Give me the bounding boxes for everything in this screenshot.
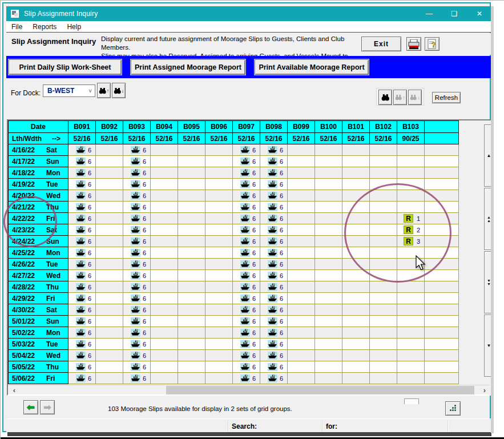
grid-header-b093[interactable]: B093	[123, 121, 151, 133]
slip-cell-b094[interactable]	[151, 350, 178, 361]
boat-cell-b091[interactable]: 6	[68, 179, 96, 190]
slip-cell-b096[interactable]	[205, 202, 233, 213]
slip-cell-b101[interactable]	[342, 236, 370, 247]
slip-cell-b096[interactable]	[205, 156, 233, 167]
grid-cell-empty[interactable]	[425, 304, 459, 316]
slip-cell-b101[interactable]	[342, 179, 370, 190]
boat-cell-b097[interactable]: 6	[233, 350, 260, 361]
slip-cell-b101[interactable]	[342, 144, 370, 156]
grid-cell-empty[interactable]	[425, 224, 459, 236]
grid-cell-empty[interactable]	[425, 316, 459, 327]
boat-cell-b091[interactable]: 6	[68, 213, 96, 224]
slip-cell-b092[interactable]	[96, 350, 123, 361]
grid-cell-empty[interactable]	[425, 144, 459, 156]
slip-cell-b103[interactable]	[397, 144, 425, 156]
slip-cell-b102[interactable]	[370, 224, 397, 236]
grid-header-b097[interactable]: B097	[233, 121, 260, 133]
grid-header-b095[interactable]: B095	[178, 121, 205, 133]
grid-cell-empty[interactable]	[425, 281, 459, 293]
boat-cell-b098[interactable]: 6	[260, 144, 288, 156]
slip-cell-b099[interactable]	[288, 270, 315, 281]
slip-cell-b100[interactable]	[315, 247, 342, 259]
slip-cell-b101[interactable]	[342, 213, 370, 224]
slip-cell-b092[interactable]	[96, 259, 123, 270]
slip-cell-b100[interactable]	[315, 156, 342, 167]
boat-cell-b098[interactable]: 6	[260, 190, 288, 202]
boat-cell-b098[interactable]: 6	[260, 361, 288, 373]
boat-cell-b097[interactable]: 6	[233, 373, 260, 384]
horizontal-scrollbar[interactable]: ‹ ›	[9, 385, 490, 394]
slip-cell-b101[interactable]	[342, 281, 370, 293]
boat-cell-b093[interactable]: 6	[123, 156, 151, 167]
boat-cell-b093[interactable]: 6	[123, 202, 151, 213]
slip-cell-b101[interactable]	[342, 339, 370, 350]
boat-cell-b093[interactable]: 6	[123, 179, 151, 190]
slip-cell-b102[interactable]	[370, 339, 397, 350]
slip-cell-b094[interactable]	[151, 293, 178, 304]
boat-cell-b093[interactable]: 6	[123, 327, 151, 339]
grid-cell-empty[interactable]	[425, 236, 459, 247]
boat-cell-b098[interactable]: 6	[260, 327, 288, 339]
grid-cell-empty[interactable]	[425, 179, 459, 190]
slip-cell-b099[interactable]	[288, 316, 315, 327]
slip-cell-b101[interactable]	[342, 202, 370, 213]
reservation-cell-b103[interactable]: R2	[397, 224, 425, 236]
boat-cell-b093[interactable]: 6	[123, 304, 151, 316]
date-cell[interactable]: 4/23/22Sat	[9, 224, 68, 236]
boat-cell-b093[interactable]: 6	[123, 224, 151, 236]
slip-cell-b102[interactable]	[370, 327, 397, 339]
slip-cell-b102[interactable]	[370, 213, 397, 224]
slip-cell-b103[interactable]	[397, 361, 425, 373]
boat-cell-b097[interactable]: 6	[233, 202, 260, 213]
boat-cell-b093[interactable]: 6	[123, 236, 151, 247]
slip-cell-b092[interactable]	[96, 316, 123, 327]
slip-cell-b100[interactable]	[315, 350, 342, 361]
date-cell[interactable]: 4/20/22Wed	[9, 190, 68, 202]
boat-cell-b098[interactable]: 6	[260, 213, 288, 224]
slip-cell-b092[interactable]	[96, 361, 123, 373]
horizontal-scroll-thumb[interactable]	[166, 386, 474, 394]
date-cell[interactable]: 4/22/22Fri	[9, 213, 68, 224]
slip-cell-b100[interactable]	[315, 339, 342, 350]
date-cell[interactable]: 5/03/22Tue	[9, 339, 68, 350]
boat-cell-b098[interactable]: 6	[260, 156, 288, 167]
slip-cell-b092[interactable]	[96, 236, 123, 247]
slip-cell-b102[interactable]	[370, 202, 397, 213]
grid-header-b092[interactable]: B092	[96, 121, 123, 133]
grid-header-b098[interactable]: B098	[260, 121, 288, 133]
grid-header-b102[interactable]: B102	[370, 121, 397, 133]
reservation-cell-b103[interactable]: R3	[397, 236, 425, 247]
boat-cell-b093[interactable]: 6	[123, 293, 151, 304]
exit-button[interactable]: Exit	[361, 37, 401, 51]
boat-cell-b093[interactable]: 6	[123, 350, 151, 361]
grid-cell-empty[interactable]	[425, 373, 459, 384]
slip-cell-b092[interactable]	[96, 247, 123, 259]
slip-cell-b092[interactable]	[96, 156, 123, 167]
slip-cell-b102[interactable]	[370, 236, 397, 247]
boat-cell-b093[interactable]: 6	[123, 167, 151, 179]
boat-cell-b098[interactable]: 6	[260, 167, 288, 179]
grid-cell-empty[interactable]	[425, 361, 459, 373]
slip-cell-b096[interactable]	[205, 179, 233, 190]
slip-cell-b094[interactable]	[151, 281, 178, 293]
slip-cell-b101[interactable]	[342, 327, 370, 339]
boat-cell-b098[interactable]: 6	[260, 236, 288, 247]
slip-cell-b094[interactable]	[151, 259, 178, 270]
menu-item-file[interactable]: File	[6, 22, 27, 32]
boat-cell-b091[interactable]: 6	[68, 270, 96, 281]
slip-cell-b096[interactable]	[205, 316, 233, 327]
boat-cell-b097[interactable]: 6	[233, 316, 260, 327]
slip-cell-b103[interactable]	[397, 167, 425, 179]
slip-cell-b096[interactable]	[205, 304, 233, 316]
grid-cell-empty[interactable]	[425, 202, 459, 213]
slip-cell-b096[interactable]	[205, 236, 233, 247]
slip-cell-b099[interactable]	[288, 304, 315, 316]
grid-cell-empty[interactable]	[425, 327, 459, 339]
slip-cell-b103[interactable]	[397, 270, 425, 281]
slip-cell-b092[interactable]	[96, 293, 123, 304]
slip-cell-b094[interactable]	[151, 202, 178, 213]
slip-cell-b103[interactable]	[397, 304, 425, 316]
slip-cell-b094[interactable]	[151, 361, 178, 373]
slip-cell-b096[interactable]	[205, 293, 233, 304]
slip-cell-b099[interactable]	[288, 190, 315, 202]
